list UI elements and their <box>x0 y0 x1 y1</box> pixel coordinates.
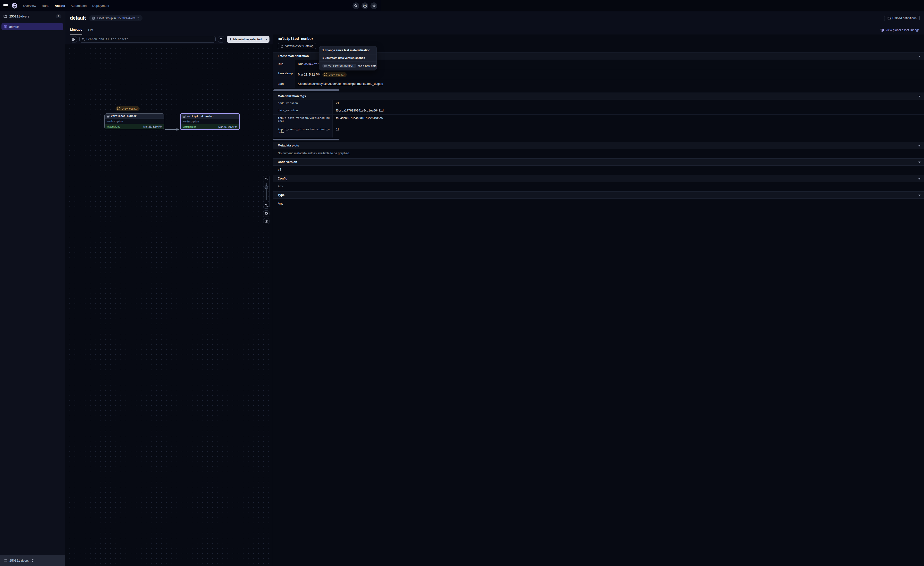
sidebar-item-label: default <box>9 25 19 29</box>
asset-count-badge: 1 <box>56 14 62 18</box>
asset-group-icon <box>92 17 95 20</box>
popover-title: 1 change since last materialization <box>319 47 376 54</box>
asset-chip[interactable]: versioned_number <box>322 64 356 68</box>
zoom-slider[interactable] <box>263 181 269 202</box>
unsynced-icon <box>324 73 327 76</box>
timestamp-value: Mar 21, 5:12 PM <box>298 73 320 76</box>
tag-value: v1 <box>333 100 381 107</box>
asset-node-name: versioned_number <box>111 114 136 117</box>
asset-group-badge: Asset Group in 250321-dvers <box>89 15 143 21</box>
section-config: Config <box>273 175 381 182</box>
asset-node-versioned-number[interactable]: versioned_number No description Material… <box>104 113 164 129</box>
materialization-tags-table: code_version v1 data_version f6ccba17763… <box>273 100 381 137</box>
download-circle-icon <box>265 219 268 223</box>
search-icon <box>354 4 358 8</box>
table-row: path /Users/smackesey/stm/code/elementl/… <box>273 80 381 88</box>
recenter-download-button[interactable] <box>263 218 270 224</box>
sidebar: 250321-dvers 1 default 250321-dvers <box>0 11 65 233</box>
page-header: default Asset Group in 250321-dvers Relo… <box>65 11 381 25</box>
metadata-plots-empty-text: No numeric metadata entries available to… <box>273 149 381 158</box>
tag-key: code_version <box>273 100 333 107</box>
view-in-asset-catalog-button[interactable]: View in Asset Catalog <box>278 43 316 49</box>
page-title: default <box>70 15 86 21</box>
sync-icon <box>219 38 223 41</box>
zoom-out-icon <box>265 204 268 207</box>
tab-list[interactable]: List <box>88 28 93 35</box>
zoom-in-icon <box>265 176 268 180</box>
table-row: code_version v1 <box>273 100 381 107</box>
section-title: Materialization tags <box>278 95 306 98</box>
refresh-graph-button[interactable] <box>218 36 224 42</box>
settings-button[interactable] <box>370 2 377 9</box>
materialize-selected-button[interactable]: ✦ Materialize selected ▾ <box>227 36 270 43</box>
view-in-asset-catalog-label: View in Asset Catalog <box>285 44 314 48</box>
asset-search <box>80 36 216 42</box>
top-nav: Overview Runs Assets Automation Deployme… <box>0 0 381 11</box>
zoom-in-button[interactable] <box>263 175 269 181</box>
primary-nav: Overview Runs Assets Automation Deployme… <box>23 4 109 8</box>
help-button[interactable]: ? <box>362 2 368 9</box>
button-divider <box>264 38 264 41</box>
tag-value: fb04dcb6970e4c3d1873de51fd5a5 <box>333 114 381 126</box>
tab-lineage[interactable]: Lineage <box>70 28 82 35</box>
materialized-timestamp: Mar 21, 5:12 PM <box>218 125 237 128</box>
zoom-slider-handle[interactable] <box>265 185 268 189</box>
nav-item-overview[interactable]: Overview <box>23 4 36 8</box>
horizontal-scrollbar[interactable] <box>273 89 339 91</box>
nav-item-automation[interactable]: Automation <box>70 4 87 8</box>
search-input[interactable] <box>86 38 213 41</box>
horizontal-scrollbar[interactable] <box>273 139 339 140</box>
graph-settings-button[interactable] <box>263 210 270 217</box>
unsynced-badge-label: Unsynced (1) <box>122 107 137 110</box>
gear-icon <box>265 212 268 215</box>
asset-node-description: No description <box>181 119 239 124</box>
search-icon <box>82 38 85 41</box>
asset-chip-label: versioned_number <box>328 65 354 67</box>
popover-detail-row: versioned_number has a new data version <box>319 62 376 70</box>
search-button[interactable] <box>352 2 359 9</box>
sync-icon[interactable] <box>137 17 140 20</box>
table-icon <box>183 115 186 118</box>
materialized-status: Materialized <box>106 125 120 128</box>
run-prefix: Run <box>298 62 304 66</box>
table-row: input_event_pointer/versioned_number 11 <box>273 126 381 137</box>
zoom-out-button[interactable] <box>263 202 269 208</box>
help-icon: ? <box>363 4 367 8</box>
nav-item-assets[interactable]: Assets <box>55 4 65 8</box>
changes-popover: 1 change since last materialization 1 up… <box>319 46 377 71</box>
section-title: Code Version <box>278 160 297 164</box>
expand-panel-button[interactable] <box>70 36 77 42</box>
asset-group-icon <box>4 25 7 29</box>
nav-item-runs[interactable]: Runs <box>42 4 49 8</box>
sidebar-item-default[interactable]: default <box>2 23 63 30</box>
panel-asset-title: multiplied_number <box>273 35 381 41</box>
badge-group-link[interactable]: 250321-dvers <box>117 17 135 20</box>
nav-item-deployment[interactable]: Deployment <box>92 4 109 8</box>
row-key: Run <box>273 60 294 69</box>
chevron-down-icon[interactable]: ▾ <box>266 38 267 41</box>
lineage-graph-pane: ✦ Materialize selected ▾ Unsynced (1) ve… <box>65 35 273 233</box>
dagster-logo-icon[interactable] <box>11 2 18 9</box>
tag-key: data_version <box>273 107 333 114</box>
menu-icon[interactable] <box>3 4 8 7</box>
folder-icon <box>3 15 7 18</box>
table-row: Timestamp Mar 21, 5:12 PM Unsynced (1) <box>273 69 381 80</box>
unsynced-badge[interactable]: Unsynced (1) <box>322 72 346 77</box>
type-value: Any <box>273 199 381 209</box>
gear-icon <box>372 4 376 8</box>
sidebar-group-row[interactable]: 250321-dvers 1 <box>0 11 65 21</box>
external-link-icon <box>280 45 284 48</box>
path-link[interactable]: /Users/smackesey/stm/code/elementl/exper… <box>298 82 381 86</box>
asset-node-multiplied-number[interactable]: multiplied_number No description Materia… <box>180 113 240 130</box>
tabs-row: Lineage List View global asset lineage <box>65 25 381 35</box>
section-metadata-plots: Metadata plots <box>273 142 381 149</box>
unsynced-badge[interactable]: Unsynced (1) <box>116 106 140 111</box>
zoom-controls <box>263 175 270 224</box>
section-materialization-tags: Materialization tags <box>273 93 381 100</box>
row-value: /Users/smackesey/stm/code/elementl/exper… <box>294 80 381 88</box>
tag-key: input_data_version/versioned_number <box>273 114 333 126</box>
graph-canvas[interactable]: Unsynced (1) versioned_number No descrip… <box>65 44 273 233</box>
materialized-status: Materialized <box>183 125 196 128</box>
run-id-link[interactable]: a5347ef7 <box>304 63 319 66</box>
svg-text:?: ? <box>364 5 366 7</box>
